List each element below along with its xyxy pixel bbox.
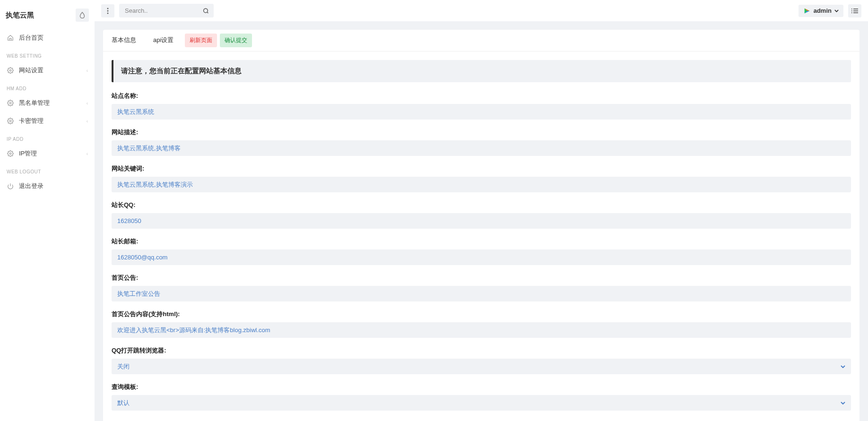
tab-api-settings[interactable]: api设置	[145, 30, 182, 51]
sidebar-header: 执笔云黑	[0, 5, 95, 29]
theme-toggle-button[interactable]	[76, 9, 89, 22]
nav-home-label: 后台首页	[19, 34, 88, 42]
more-vertical-icon	[107, 8, 109, 14]
list-icon	[851, 8, 858, 14]
chevron-left-icon: ‹	[87, 101, 88, 106]
form-group-home-notice: 首页公告:	[112, 274, 851, 301]
gear-icon	[7, 67, 14, 74]
chevron-left-icon: ‹	[87, 151, 88, 156]
form-group-admin-email: 站长邮箱:	[112, 237, 851, 265]
nav-label: IP管理	[19, 149, 87, 158]
nav-blacklist[interactable]: 黑名单管理 ‹	[0, 94, 95, 112]
label-qq-jump: QQ打开跳转浏览器:	[112, 346, 851, 355]
form-group-site-keywords: 网站关键词:	[112, 164, 851, 192]
label-query-template: 查询模板:	[112, 383, 851, 391]
svg-point-5	[107, 8, 109, 9]
tab-label: 基本信息	[112, 36, 136, 43]
sidebar: 执笔云黑 后台首页 WEB SETTING 网站设置 ‹ HM ADD	[0, 0, 95, 421]
chevron-down-icon	[834, 9, 839, 12]
label-site-name: 站点名称:	[112, 92, 851, 100]
card: 基本信息 api设置 刷新页面 确认提交 请注意，您当前正在配置网站基本信息 站…	[103, 30, 859, 421]
nav-label: 退出登录	[19, 182, 88, 190]
topbar: admin	[95, 0, 868, 21]
app-title: 执笔云黑	[6, 11, 34, 20]
chevron-left-icon: ‹	[87, 119, 88, 124]
main: admin 基本信息 api设置 刷新页面 确认提交	[95, 0, 868, 421]
svg-point-6	[107, 10, 109, 11]
nav-label: 卡密管理	[19, 117, 87, 125]
input-home-notice[interactable]	[112, 286, 851, 301]
input-admin-qq[interactable]	[112, 213, 851, 229]
svg-point-0	[9, 69, 11, 71]
droplet-icon	[79, 12, 85, 18]
input-site-keywords[interactable]	[112, 177, 851, 192]
input-admin-email[interactable]	[112, 249, 851, 265]
tab-basic-info[interactable]: 基本信息	[103, 30, 145, 51]
gear-icon	[7, 100, 14, 106]
nav-home[interactable]: 后台首页	[0, 29, 95, 47]
svg-point-1	[9, 102, 11, 104]
form-group-admin-qq: 站长QQ:	[112, 201, 851, 229]
input-site-desc[interactable]	[112, 140, 851, 156]
label-admin-qq: 站长QQ:	[112, 201, 851, 209]
tabs: 基本信息 api设置 刷新页面 确认提交	[103, 30, 859, 52]
home-icon	[7, 34, 14, 41]
svg-point-7	[107, 12, 109, 14]
form-group-site-name: 站点名称:	[112, 92, 851, 120]
select-query-template[interactable]: 默认	[112, 395, 851, 411]
nav-logout[interactable]: 退出登录	[0, 177, 95, 195]
chevron-left-icon: ‹	[87, 68, 88, 73]
nav-section-web-logout: WEB LOGOUT	[0, 163, 95, 177]
nav-card-key[interactable]: 卡密管理 ‹	[0, 112, 95, 130]
gear-icon	[7, 150, 14, 157]
tab-label: api设置	[153, 36, 174, 43]
label-admin-email: 站长邮箱:	[112, 237, 851, 246]
label-site-desc: 网站描述:	[112, 128, 851, 137]
svg-point-2	[9, 120, 11, 122]
input-site-name[interactable]	[112, 104, 851, 120]
alert-notice: 请注意，您当前正在配置网站基本信息	[112, 60, 851, 82]
submit-button[interactable]: 确认提交	[220, 34, 252, 47]
label-site-keywords: 网站关键词:	[112, 164, 851, 173]
label-home-notice: 首页公告:	[112, 274, 851, 282]
user-menu-button[interactable]: admin	[799, 5, 843, 17]
nav-ip[interactable]: IP管理 ‹	[0, 145, 95, 163]
nav-label: 黑名单管理	[19, 99, 87, 107]
select-qq-jump[interactable]: 关闭	[112, 359, 851, 374]
form-group-home-notice-content: 首页公告内容(支持html):	[112, 310, 851, 338]
gear-icon	[7, 118, 14, 124]
user-logo-icon	[803, 7, 811, 15]
form-area: 请注意，您当前正在配置网站基本信息 站点名称: 网站描述: 网站关键词:	[103, 52, 859, 421]
search-input[interactable]	[119, 4, 214, 17]
user-name: admin	[814, 7, 832, 14]
nav-web-settings[interactable]: 网站设置 ‹	[0, 61, 95, 79]
nav-label: 网站设置	[19, 66, 87, 75]
form-group-site-desc: 网站描述:	[112, 128, 851, 156]
right-panel-toggle-button[interactable]	[848, 4, 861, 17]
menu-toggle-button[interactable]	[101, 4, 114, 17]
nav-section-ip-add: IP ADD	[0, 130, 95, 145]
content: 基本信息 api设置 刷新页面 确认提交 请注意，您当前正在配置网站基本信息 站…	[95, 21, 868, 421]
input-home-notice-content[interactable]	[112, 322, 851, 338]
refresh-button[interactable]: 刷新页面	[185, 34, 217, 47]
svg-point-3	[9, 153, 11, 155]
power-icon	[7, 183, 14, 189]
form-group-qq-jump: QQ打开跳转浏览器: 关闭	[112, 346, 851, 374]
nav-section-hm-add: HM ADD	[0, 79, 95, 94]
form-group-query-template: 查询模板: 默认	[112, 383, 851, 411]
search-wrap	[119, 4, 214, 17]
nav-section-web-setting: WEB SETTING	[0, 47, 95, 61]
tab-actions: 刷新页面 确认提交	[182, 30, 255, 51]
label-home-notice-content: 首页公告内容(支持html):	[112, 310, 851, 318]
